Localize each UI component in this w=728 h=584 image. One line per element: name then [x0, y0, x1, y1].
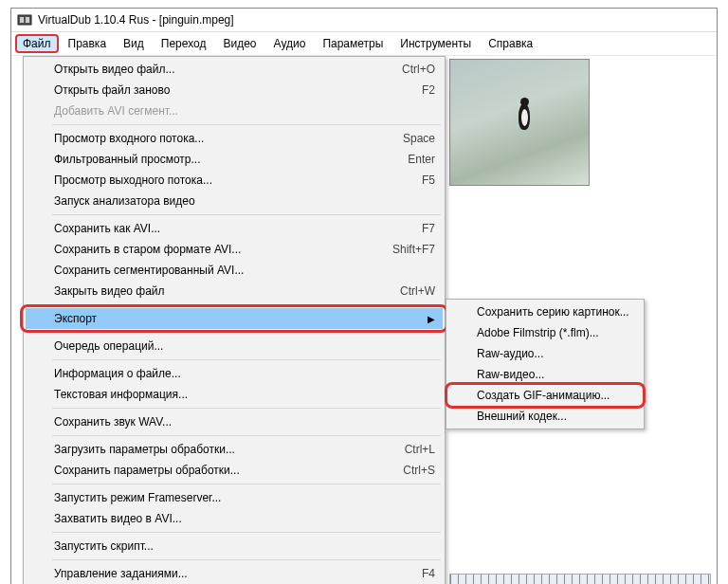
menu-file[interactable]: Файл — [15, 34, 59, 53]
menu-close-video[interactable]: Закрыть видео файл Ctrl+W — [26, 281, 443, 301]
menu-reopen[interactable]: Открыть файл заново F2 — [26, 80, 443, 100]
svg-rect-1 — [20, 17, 24, 23]
export-filmstrip[interactable]: Adobe Filmstrip (*.flm)... — [448, 322, 642, 343]
separator — [52, 332, 441, 333]
menu-save-wav[interactable]: Сохранить звук WAV... — [26, 411, 443, 432]
menu-help[interactable]: Справка — [481, 34, 540, 53]
content-area: Открыть видео файл... Ctrl+O Открыть фай… — [11, 56, 717, 584]
separator — [52, 435, 441, 436]
menu-open-video[interactable]: Открыть видео файл... Ctrl+O — [26, 59, 443, 80]
app-icon — [17, 12, 32, 27]
export-image-sequence[interactable]: Сохранить серию картинок... — [448, 301, 642, 322]
menubar: Файл Правка Вид Переход Видео Аудио Пара… — [11, 32, 717, 56]
menu-file-info[interactable]: Информация о файле... — [26, 363, 443, 384]
menu-run-script[interactable]: Запустить скрипт... — [26, 536, 443, 557]
menu-view[interactable]: Вид — [116, 34, 152, 53]
menu-preview-input[interactable]: Просмотр входного потока... Space — [26, 128, 443, 149]
menu-video[interactable]: Видео — [215, 34, 264, 53]
menu-preview-output[interactable]: Просмотр выходного потока... F5 — [26, 170, 443, 191]
separator — [52, 124, 441, 125]
menu-preview-filtered[interactable]: Фильтрованный просмотр... Enter — [26, 149, 443, 170]
separator — [52, 559, 441, 560]
export-raw-video[interactable]: Raw-видео... — [448, 364, 642, 385]
separator — [52, 484, 441, 484]
menu-audio[interactable]: Аудио — [266, 34, 314, 53]
window-title: VirtualDub 1.10.4 Rus - [pinguin.mpeg] — [38, 13, 234, 27]
menu-go[interactable]: Переход — [154, 34, 214, 53]
menu-edit[interactable]: Правка — [61, 34, 115, 53]
video-preview[interactable] — [449, 59, 590, 186]
timeline-ruler[interactable] — [449, 574, 711, 584]
menu-load-processing[interactable]: Загрузить параметры обработки... Ctrl+L — [26, 439, 443, 460]
chevron-right-icon: ▶ — [428, 314, 435, 324]
menu-capture-avi[interactable]: Захватить видео в AVI... — [26, 508, 443, 529]
menu-queue[interactable]: Очередь операций... — [26, 336, 443, 356]
export-raw-audio[interactable]: Raw-аудио... — [448, 343, 642, 364]
menu-save-avi[interactable]: Сохранить как AVI... F7 — [26, 218, 443, 239]
menu-text-info[interactable]: Текстовая информация... — [26, 384, 443, 405]
separator — [52, 408, 441, 409]
menu-export[interactable]: Экспорт ▶ — [26, 308, 443, 329]
separator — [52, 359, 441, 360]
export-create-gif[interactable]: Создать GIF-анимацию... — [448, 385, 642, 406]
file-dropdown: Открыть видео файл... Ctrl+O Открыть фай… — [23, 56, 446, 584]
menu-save-processing[interactable]: Сохранить параметры обработки... Ctrl+S — [26, 460, 443, 481]
titlebar: VirtualDub 1.10.4 Rus - [pinguin.mpeg] — [11, 9, 717, 32]
menu-save-segmented[interactable]: Сохранить сегментированный AVI... — [26, 260, 443, 281]
export-submenu: Сохранить серию картинок... Adobe Filmst… — [446, 299, 645, 429]
menu-options[interactable]: Параметры — [315, 34, 391, 53]
menu-job-control[interactable]: Управление заданиями... F4 — [26, 563, 443, 584]
menu-append-avi: Добавить AVI сегмент... — [26, 100, 443, 121]
separator — [52, 214, 441, 215]
export-external-codec[interactable]: Внешний кодек... — [448, 406, 642, 427]
menu-run-analysis[interactable]: Запуск анализатора видео — [26, 191, 443, 211]
menu-frameserver[interactable]: Запустить режим Frameserver... — [26, 487, 443, 508]
menu-save-old-avi[interactable]: Сохранить в старом формате AVI... Shift+… — [26, 239, 443, 260]
svg-rect-2 — [26, 17, 29, 23]
separator — [52, 532, 441, 533]
separator — [52, 304, 441, 305]
menu-tools[interactable]: Инструменты — [392, 34, 479, 53]
penguin-image — [519, 96, 532, 134]
app-window: VirtualDub 1.10.4 Rus - [pinguin.mpeg] Ф… — [10, 8, 718, 584]
